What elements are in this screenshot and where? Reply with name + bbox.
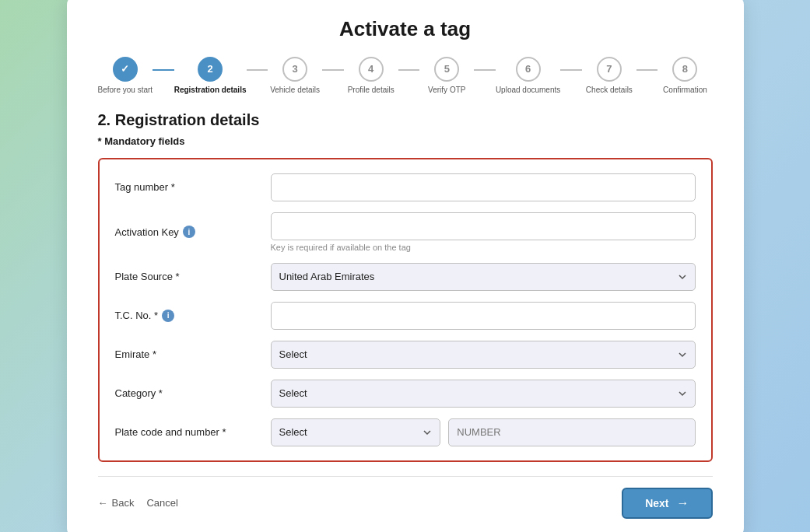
activation-key-info-icon[interactable]: i bbox=[183, 226, 195, 238]
plate-row: Select bbox=[271, 418, 696, 446]
form-row-emirate: Emirate * Select Dubai Abu Dhabi Sharjah bbox=[115, 341, 696, 369]
step-circle-2: 2 bbox=[198, 57, 223, 82]
step-line-7 bbox=[636, 69, 658, 71]
next-arrow-icon: → bbox=[677, 496, 689, 510]
plate-code-number-label: Plate code and number * bbox=[115, 426, 271, 438]
next-label: Next bbox=[645, 497, 668, 509]
section-title: 2. Registration details bbox=[98, 111, 713, 129]
step-label-3: Vehicle details bbox=[270, 86, 320, 94]
tc-no-input[interactable] bbox=[271, 302, 696, 330]
step-circle-5: 5 bbox=[434, 57, 459, 82]
step-line-4 bbox=[398, 69, 420, 71]
step-line-6 bbox=[560, 69, 582, 71]
step-line-1 bbox=[153, 69, 174, 71]
tc-no-wrap bbox=[271, 302, 696, 330]
step-6: 6 Upload documents bbox=[496, 57, 560, 94]
activation-key-hint: Key is required if available on the tag bbox=[271, 243, 696, 252]
step-label-7: Check details bbox=[586, 86, 633, 94]
step-8: 8 Confirmation bbox=[657, 57, 712, 94]
tag-number-wrap bbox=[271, 173, 696, 201]
next-button[interactable]: Next → bbox=[622, 488, 712, 519]
category-select[interactable]: Select Private Commercial bbox=[271, 380, 696, 408]
step-label-5: Verify OTP bbox=[428, 86, 465, 94]
page-title: Activate a tag bbox=[98, 17, 713, 41]
form-row-category: Category * Select Private Commercial bbox=[115, 380, 696, 408]
plate-source-select[interactable]: United Arab Emirates Other bbox=[271, 263, 696, 291]
form-row-tc-no: T.C. No. * i bbox=[115, 302, 696, 330]
activation-key-input[interactable] bbox=[271, 212, 696, 240]
back-label: Back bbox=[112, 497, 135, 509]
footer-left: ← Back Cancel bbox=[98, 497, 178, 509]
step-label-6: Upload documents bbox=[496, 86, 560, 94]
step-label-8: Confirmation bbox=[663, 86, 707, 94]
step-circle-3: 3 bbox=[282, 57, 307, 82]
step-label-2: Registration details bbox=[174, 86, 247, 94]
back-arrow-icon: ← bbox=[98, 497, 108, 509]
emirate-wrap: Select Dubai Abu Dhabi Sharjah bbox=[271, 341, 696, 369]
form-row-tag-number: Tag number * bbox=[115, 173, 696, 201]
step-circle-8: 8 bbox=[672, 57, 697, 82]
step-line-2 bbox=[247, 69, 268, 71]
step-3: 3 Vehicle details bbox=[268, 57, 322, 94]
step-line-5 bbox=[474, 69, 496, 71]
activation-key-label: Activation Key i bbox=[115, 226, 271, 238]
activation-key-wrap: Key is required if available on the tag bbox=[271, 212, 696, 252]
form-row-activation-key: Activation Key i Key is required if avai… bbox=[115, 212, 696, 252]
tc-no-label: T.C. No. * i bbox=[115, 310, 271, 322]
plate-source-wrap: United Arab Emirates Other bbox=[271, 263, 696, 291]
step-circle-1: ✓ bbox=[113, 57, 138, 82]
emirate-label: Emirate * bbox=[115, 348, 271, 360]
back-button[interactable]: ← Back bbox=[98, 497, 135, 509]
category-label: Category * bbox=[115, 387, 271, 399]
tag-number-input[interactable] bbox=[271, 173, 696, 201]
step-label-4: Profile details bbox=[348, 86, 394, 94]
form-box: Tag number * Activation Key i Key is req… bbox=[98, 158, 713, 462]
form-row-plate-code-number: Plate code and number * Select bbox=[115, 418, 696, 446]
cancel-button[interactable]: Cancel bbox=[146, 497, 177, 509]
step-circle-6: 6 bbox=[516, 57, 541, 82]
category-wrap: Select Private Commercial bbox=[271, 380, 696, 408]
step-5: 5 Verify OTP bbox=[419, 57, 474, 94]
step-2: 2 Registration details bbox=[174, 57, 247, 94]
plate-source-label: Plate Source * bbox=[115, 271, 271, 282]
cancel-label: Cancel bbox=[146, 497, 177, 509]
tc-no-info-icon[interactable]: i bbox=[162, 310, 174, 322]
card-footer: ← Back Cancel Next → bbox=[98, 476, 713, 519]
plate-code-number-wrap: Select bbox=[271, 418, 696, 446]
step-4: 4 Profile details bbox=[344, 57, 398, 94]
step-circle-4: 4 bbox=[359, 57, 384, 82]
mandatory-note: * Mandatory fields bbox=[98, 135, 713, 147]
step-label-1: Before you start bbox=[98, 86, 153, 94]
stepper: ✓ Before you start 2 Registration detail… bbox=[98, 57, 713, 94]
form-row-plate-source: Plate Source * United Arab Emirates Othe… bbox=[115, 263, 696, 291]
emirate-select[interactable]: Select Dubai Abu Dhabi Sharjah bbox=[271, 341, 696, 369]
main-card: Activate a tag ✓ Before you start 2 Regi… bbox=[67, 0, 744, 532]
tag-number-label: Tag number * bbox=[115, 181, 271, 193]
plate-code-select[interactable]: Select bbox=[271, 418, 441, 446]
step-1: ✓ Before you start bbox=[98, 57, 153, 94]
step-7: 7 Check details bbox=[582, 57, 636, 94]
step-circle-7: 7 bbox=[597, 57, 622, 82]
step-line-3 bbox=[322, 69, 344, 71]
plate-number-input[interactable] bbox=[448, 418, 695, 446]
